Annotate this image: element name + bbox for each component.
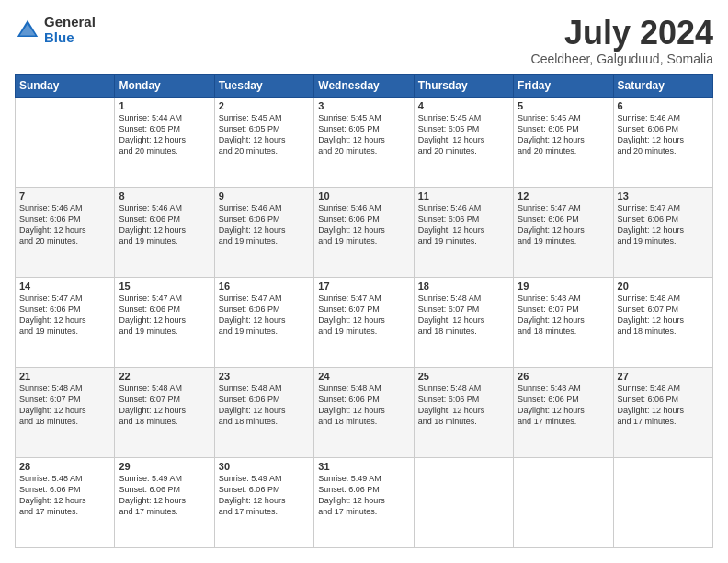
- calendar-table: SundayMondayTuesdayWednesdayThursdayFrid…: [15, 74, 713, 548]
- day-number: 10: [318, 190, 409, 201]
- month-title: July 2024: [531, 15, 713, 52]
- calendar-cell: 19Sunrise: 5:48 AM Sunset: 6:07 PM Dayli…: [514, 277, 613, 367]
- calendar-cell: 17Sunrise: 5:47 AM Sunset: 6:07 PM Dayli…: [314, 277, 414, 367]
- day-info: Sunrise: 5:48 AM Sunset: 6:07 PM Dayligh…: [418, 293, 509, 338]
- calendar-cell: 23Sunrise: 5:48 AM Sunset: 6:06 PM Dayli…: [214, 367, 313, 457]
- calendar-cell: 21Sunrise: 5:48 AM Sunset: 6:07 PM Dayli…: [16, 367, 115, 457]
- calendar-cell: 6Sunrise: 5:46 AM Sunset: 6:06 PM Daylig…: [613, 97, 712, 187]
- calendar-week-row: 14Sunrise: 5:47 AM Sunset: 6:06 PM Dayli…: [16, 277, 713, 367]
- day-number: 26: [518, 371, 609, 382]
- day-number: 19: [518, 281, 609, 292]
- calendar-cell: 4Sunrise: 5:45 AM Sunset: 6:05 PM Daylig…: [414, 97, 513, 187]
- day-info: Sunrise: 5:47 AM Sunset: 6:06 PM Dayligh…: [618, 202, 709, 247]
- day-info: Sunrise: 5:46 AM Sunset: 6:06 PM Dayligh…: [119, 202, 210, 247]
- calendar-cell: 15Sunrise: 5:47 AM Sunset: 6:06 PM Dayli…: [115, 277, 214, 367]
- calendar-cell: 3Sunrise: 5:45 AM Sunset: 6:05 PM Daylig…: [314, 97, 414, 187]
- day-number: 20: [618, 281, 709, 292]
- calendar-cell: 20Sunrise: 5:48 AM Sunset: 6:07 PM Dayli…: [613, 277, 712, 367]
- day-number: 15: [119, 281, 210, 292]
- day-number: 13: [618, 190, 709, 201]
- calendar-week-row: 1Sunrise: 5:44 AM Sunset: 6:05 PM Daylig…: [16, 97, 713, 187]
- calendar-header-saturday: Saturday: [613, 74, 712, 97]
- calendar-cell: 16Sunrise: 5:47 AM Sunset: 6:06 PM Dayli…: [214, 277, 313, 367]
- calendar-cell: 27Sunrise: 5:48 AM Sunset: 6:06 PM Dayli…: [613, 367, 712, 457]
- calendar-header-friday: Friday: [514, 74, 613, 97]
- page: General Blue July 2024 Ceeldheer, Galgud…: [0, 0, 728, 563]
- calendar-cell: 29Sunrise: 5:49 AM Sunset: 6:06 PM Dayli…: [115, 457, 214, 547]
- calendar-cell: 28Sunrise: 5:48 AM Sunset: 6:06 PM Dayli…: [16, 457, 115, 547]
- day-info: Sunrise: 5:49 AM Sunset: 6:06 PM Dayligh…: [119, 473, 210, 518]
- calendar-cell: 31Sunrise: 5:49 AM Sunset: 6:06 PM Dayli…: [314, 457, 414, 547]
- day-number: 1: [119, 100, 210, 111]
- logo-general: General: [44, 15, 96, 30]
- day-number: 29: [119, 461, 210, 472]
- day-number: 21: [19, 371, 110, 382]
- calendar-cell: 9Sunrise: 5:46 AM Sunset: 6:06 PM Daylig…: [214, 187, 313, 277]
- day-info: Sunrise: 5:45 AM Sunset: 6:05 PM Dayligh…: [219, 112, 310, 157]
- day-info: Sunrise: 5:47 AM Sunset: 6:06 PM Dayligh…: [518, 202, 609, 247]
- day-number: 6: [618, 100, 709, 111]
- day-number: 2: [219, 100, 310, 111]
- day-info: Sunrise: 5:48 AM Sunset: 6:07 PM Dayligh…: [618, 293, 709, 338]
- calendar-cell: 7Sunrise: 5:46 AM Sunset: 6:06 PM Daylig…: [16, 187, 115, 277]
- logo-text: General Blue: [44, 15, 96, 45]
- calendar-cell: 11Sunrise: 5:46 AM Sunset: 6:06 PM Dayli…: [414, 187, 513, 277]
- logo: General Blue: [15, 15, 96, 45]
- calendar-header-tuesday: Tuesday: [214, 74, 313, 97]
- day-number: 16: [219, 281, 310, 292]
- day-number: 9: [219, 190, 310, 201]
- day-info: Sunrise: 5:45 AM Sunset: 6:05 PM Dayligh…: [318, 112, 409, 157]
- calendar-week-row: 28Sunrise: 5:48 AM Sunset: 6:06 PM Dayli…: [16, 457, 713, 547]
- calendar-cell: 2Sunrise: 5:45 AM Sunset: 6:05 PM Daylig…: [214, 97, 313, 187]
- day-info: Sunrise: 5:48 AM Sunset: 6:07 PM Dayligh…: [119, 383, 210, 428]
- day-info: Sunrise: 5:46 AM Sunset: 6:06 PM Dayligh…: [318, 202, 409, 247]
- day-info: Sunrise: 5:48 AM Sunset: 6:06 PM Dayligh…: [219, 383, 310, 428]
- calendar-cell: 14Sunrise: 5:47 AM Sunset: 6:06 PM Dayli…: [16, 277, 115, 367]
- day-number: 12: [518, 190, 609, 201]
- calendar-cell: 30Sunrise: 5:49 AM Sunset: 6:06 PM Dayli…: [214, 457, 313, 547]
- day-number: 25: [418, 371, 509, 382]
- calendar-header-thursday: Thursday: [414, 74, 513, 97]
- calendar-cell: 25Sunrise: 5:48 AM Sunset: 6:06 PM Dayli…: [414, 367, 513, 457]
- day-number: 3: [318, 100, 409, 111]
- calendar-cell: [414, 457, 513, 547]
- day-info: Sunrise: 5:48 AM Sunset: 6:06 PM Dayligh…: [518, 383, 609, 428]
- calendar-cell: 10Sunrise: 5:46 AM Sunset: 6:06 PM Dayli…: [314, 187, 414, 277]
- header: General Blue July 2024 Ceeldheer, Galgud…: [15, 15, 713, 66]
- day-info: Sunrise: 5:48 AM Sunset: 6:06 PM Dayligh…: [318, 383, 409, 428]
- day-number: 22: [119, 371, 210, 382]
- day-info: Sunrise: 5:45 AM Sunset: 6:05 PM Dayligh…: [418, 112, 509, 157]
- day-info: Sunrise: 5:47 AM Sunset: 6:07 PM Dayligh…: [318, 293, 409, 338]
- day-info: Sunrise: 5:48 AM Sunset: 6:06 PM Dayligh…: [418, 383, 509, 428]
- day-number: 17: [318, 281, 409, 292]
- day-number: 14: [19, 281, 110, 292]
- calendar-header-sunday: Sunday: [16, 74, 115, 97]
- day-number: 23: [219, 371, 310, 382]
- calendar-cell: 26Sunrise: 5:48 AM Sunset: 6:06 PM Dayli…: [514, 367, 613, 457]
- calendar-week-row: 21Sunrise: 5:48 AM Sunset: 6:07 PM Dayli…: [16, 367, 713, 457]
- day-info: Sunrise: 5:49 AM Sunset: 6:06 PM Dayligh…: [318, 473, 409, 518]
- day-info: Sunrise: 5:48 AM Sunset: 6:06 PM Dayligh…: [19, 473, 110, 518]
- calendar-header-wednesday: Wednesday: [314, 74, 414, 97]
- day-info: Sunrise: 5:46 AM Sunset: 6:06 PM Dayligh…: [418, 202, 509, 247]
- calendar-cell: 24Sunrise: 5:48 AM Sunset: 6:06 PM Dayli…: [314, 367, 414, 457]
- day-number: 24: [318, 371, 409, 382]
- day-info: Sunrise: 5:44 AM Sunset: 6:05 PM Dayligh…: [119, 112, 210, 157]
- calendar-cell: 12Sunrise: 5:47 AM Sunset: 6:06 PM Dayli…: [514, 187, 613, 277]
- day-info: Sunrise: 5:46 AM Sunset: 6:06 PM Dayligh…: [219, 202, 310, 247]
- calendar-cell: [613, 457, 712, 547]
- calendar-cell: [514, 457, 613, 547]
- title-block: July 2024 Ceeldheer, Galguduud, Somalia: [531, 15, 713, 66]
- calendar-cell: 13Sunrise: 5:47 AM Sunset: 6:06 PM Dayli…: [613, 187, 712, 277]
- day-info: Sunrise: 5:47 AM Sunset: 6:06 PM Dayligh…: [219, 293, 310, 338]
- day-number: 4: [418, 100, 509, 111]
- calendar-cell: [16, 97, 115, 187]
- day-info: Sunrise: 5:46 AM Sunset: 6:06 PM Dayligh…: [618, 112, 709, 157]
- calendar-week-row: 7Sunrise: 5:46 AM Sunset: 6:06 PM Daylig…: [16, 187, 713, 277]
- calendar-header-row: SundayMondayTuesdayWednesdayThursdayFrid…: [16, 74, 713, 97]
- calendar-cell: 5Sunrise: 5:45 AM Sunset: 6:05 PM Daylig…: [514, 97, 613, 187]
- day-number: 18: [418, 281, 509, 292]
- calendar-header-monday: Monday: [115, 74, 214, 97]
- day-number: 31: [318, 461, 409, 472]
- day-info: Sunrise: 5:47 AM Sunset: 6:06 PM Dayligh…: [119, 293, 210, 338]
